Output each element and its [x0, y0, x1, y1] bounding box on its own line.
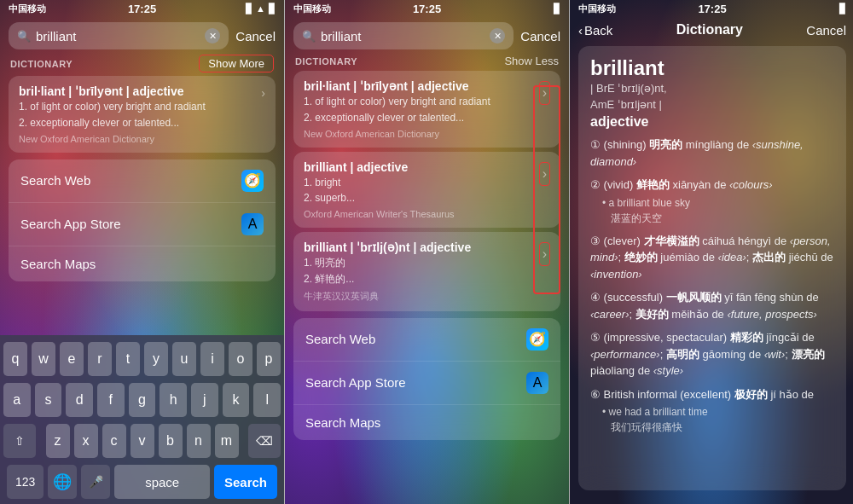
dict-card-row-2-3: brilliant | ˈbrɪlj(ə)nt | adjective 1. 明… — [304, 240, 550, 303]
key-row-1: q w e r t y u i o p — [3, 342, 281, 376]
search-bar-1[interactable]: 🔍 ✕ — [9, 22, 229, 49]
detail-example-6: • we had a brilliant time 我们玩得很痛快 — [602, 404, 834, 435]
right-cancel-button[interactable]: Cancel — [806, 23, 846, 38]
key-c[interactable]: c — [102, 424, 126, 458]
key-w[interactable]: w — [32, 342, 55, 376]
clear-button-1[interactable]: ✕ — [205, 28, 220, 43]
action-list-2: Search Web 🧭 Search App Store A Search M… — [293, 318, 560, 440]
key-row-3: ⇧ z x c v b n m ⌫ — [3, 424, 281, 458]
carrier-3: 中国移动 — [578, 3, 616, 15]
dict-entry-content-2-1: bril·liant | ˈbrīlyənt | adjective 1. of… — [304, 79, 490, 139]
detail-num-2: ② (vivid) 鲜艳的 xiānyàn de ‹colours› — [590, 177, 834, 194]
right-header: ‹ Back Dictionary Cancel — [570, 17, 853, 43]
dict-card-2-1[interactable]: bril·liant | ˈbrīlyənt | adjective 1. of… — [293, 71, 560, 148]
search-appstore-item-2[interactable]: Search App Store A — [293, 362, 560, 405]
status-left-2: 中国移动 — [293, 3, 331, 15]
dict-entry-def2-1: 2. exceptionally clever or talented... — [19, 116, 206, 130]
dict-entry-title-2-1: bril·liant | ˈbrīlyənt | adjective — [304, 79, 490, 93]
detail-num-6: ⑥ British informal (excellent) 极好的 jí hǎ… — [590, 386, 834, 403]
key-x[interactable]: x — [74, 424, 98, 458]
key-m[interactable]: m — [215, 424, 239, 458]
mic-key[interactable]: 🎤 — [81, 465, 110, 499]
key-g[interactable]: g — [129, 383, 156, 417]
clear-button-2[interactable]: ✕ — [490, 28, 505, 43]
search-input-2[interactable] — [321, 29, 485, 43]
cancel-button-2[interactable]: Cancel — [520, 29, 560, 43]
key-s[interactable]: s — [35, 383, 62, 417]
dict-source-2-3: 牛津英汉汉英词典 — [304, 290, 471, 303]
dict-card-row-1: bril·liant | ˈbrīlyənt | adjective 1. of… — [19, 84, 265, 144]
panel-3: 中国移动 17:25 ▊ ‹ Back Dictionary Cancel br… — [570, 0, 853, 504]
search-appstore-item-1[interactable]: Search App Store A — [9, 203, 276, 246]
search-input-1[interactable] — [36, 29, 200, 43]
detail-pron-1: | BrE ˈbrɪlj(ə)nt, — [590, 82, 834, 95]
section-header-2: DICTIONARY Show Less — [293, 55, 560, 67]
appstore-icon-1: A — [241, 213, 264, 235]
search-web-item-1[interactable]: Search Web 🧭 — [9, 159, 276, 203]
safari-icon-2: 🧭 — [526, 328, 548, 350]
search-web-item-2[interactable]: Search Web 🧭 — [293, 318, 560, 362]
emoji-key[interactable]: 🌐 — [48, 465, 77, 499]
show-less-button[interactable]: Show Less — [504, 55, 559, 67]
key-q[interactable]: q — [3, 342, 27, 376]
shift-key[interactable]: ⇧ — [3, 424, 36, 458]
dict-card-2-3[interactable]: brilliant | ˈbrɪlj(ə)nt | adjective 1. 明… — [293, 232, 560, 311]
detail-entry-3: ③ (clever) 才华横溢的 cáihuá héngyì de ‹perso… — [590, 233, 834, 283]
key-f[interactable]: f — [97, 383, 125, 417]
key-n[interactable]: n — [187, 424, 211, 458]
num-key[interactable]: 123 — [7, 465, 44, 499]
key-o[interactable]: o — [229, 342, 252, 376]
key-h[interactable]: h — [160, 383, 187, 417]
cancel-button-1[interactable]: Cancel — [235, 29, 276, 43]
search-appstore-label-1: Search App Store — [20, 217, 121, 231]
key-p[interactable]: p — [257, 342, 281, 376]
detail-num-1: ① (shining) 明亮的 míngliàng de ‹sunshine, … — [590, 136, 834, 170]
detail-num-3: ③ (clever) 才华横溢的 cáihuá héngyì de ‹perso… — [590, 233, 834, 283]
key-k[interactable]: k — [223, 383, 250, 417]
back-button[interactable]: ‹ Back — [578, 23, 612, 38]
dict-entry-title-2-2: brilliant | adjective — [304, 160, 455, 174]
key-i[interactable]: i — [200, 342, 224, 376]
key-d[interactable]: d — [66, 383, 93, 417]
keyboard-1: q w e r t y u i o p a s d f g h j k l ⇧ … — [0, 335, 284, 504]
delete-key[interactable]: ⌫ — [248, 424, 281, 458]
key-a[interactable]: a — [3, 383, 31, 417]
search-key[interactable]: Search — [214, 465, 277, 499]
wifi-icon-1: ▲ — [256, 3, 265, 14]
status-time-2: 17:25 — [413, 3, 441, 15]
carrier-2: 中国移动 — [293, 3, 331, 15]
dict-card-2-2[interactable]: brilliant | adjective 1. bright 2. super… — [293, 152, 560, 229]
key-b[interactable]: b — [159, 424, 183, 458]
key-r[interactable]: r — [88, 342, 112, 376]
key-l[interactable]: l — [253, 383, 281, 417]
key-e[interactable]: e — [60, 342, 84, 376]
dict-card-1[interactable]: bril·liant | ˈbrīlyənt | adjective 1. of… — [9, 76, 276, 153]
space-key[interactable]: space — [114, 465, 210, 499]
dict-entry-def2-2-2: 2. superb... — [304, 191, 455, 206]
chevron-right-icon-2-2: › — [539, 162, 550, 186]
status-time-3: 17:25 — [698, 3, 726, 15]
search-maps-item-1[interactable]: Search Maps — [9, 246, 276, 281]
dict-detail-content: brilliant | BrE ˈbrɪlj(ə)nt, AmE ˈbrɪljə… — [578, 46, 846, 490]
dict-entry-def1-2-1: 1. of light or color) very bright and ra… — [304, 95, 490, 109]
detail-entry-5: ⑤ (impressive, spectacular) 精彩的 jīngcǎi … — [590, 329, 834, 379]
key-z[interactable]: z — [46, 424, 70, 458]
status-bar-1: 中国移动 17:25 ▊ ▲ ▊ — [0, 0, 284, 17]
key-j[interactable]: j — [191, 383, 218, 417]
dict-entry-def1-1: 1. of light or color) very bright and ra… — [19, 100, 206, 114]
search-maps-item-2[interactable]: Search Maps — [293, 405, 560, 440]
key-y[interactable]: y — [144, 342, 168, 376]
detail-entry-2: ② (vivid) 鲜艳的 xiānyàn de ‹colours› • a b… — [590, 177, 834, 226]
search-appstore-label-2: Search App Store — [305, 375, 406, 390]
status-left-1: 中国移动 — [9, 3, 46, 15]
status-time-1: 17:25 — [128, 3, 156, 15]
key-v[interactable]: v — [131, 424, 154, 458]
dict-entry-def2-2-3: 2. 鲜艳的... — [304, 272, 471, 287]
search-bar-2[interactable]: 🔍 ✕ — [293, 22, 514, 49]
key-t[interactable]: t — [116, 342, 140, 376]
detail-num-5: ⑤ (impressive, spectacular) 精彩的 jīngcǎi … — [590, 329, 834, 379]
section-header-1: DICTIONARY Show More — [9, 55, 276, 72]
key-u[interactable]: u — [172, 342, 196, 376]
dict-card-row-2-1: bril·liant | ˈbrīlyənt | adjective 1. of… — [304, 79, 550, 139]
show-more-button[interactable]: Show More — [199, 55, 274, 72]
